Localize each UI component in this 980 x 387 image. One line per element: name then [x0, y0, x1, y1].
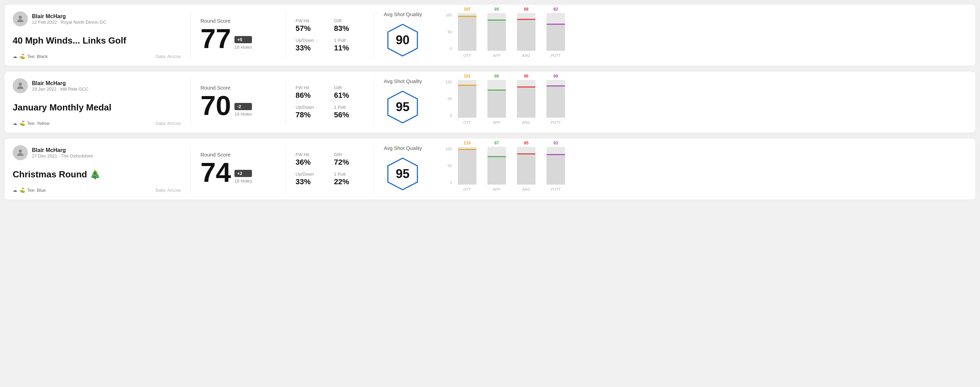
bar-group-app: 86APP	[487, 80, 506, 125]
score-section: Round Score70-218 Holes	[200, 78, 276, 126]
stat-value-updown: 78%	[296, 111, 326, 119]
user-date: 27 Dec 2021 · The Oxfordshire	[32, 153, 93, 159]
stat-label-updown: Up/Down	[296, 38, 326, 43]
tee-icon: ⛳	[19, 187, 25, 193]
cloud-icon: ☁	[13, 188, 17, 193]
stat-label-updown: Up/Down	[296, 105, 326, 110]
tee-label: Tee: Black	[27, 54, 48, 59]
round-title: 40 Mph Winds... Links Golf	[13, 35, 181, 46]
quality-section: Avg Shot Quality95	[384, 78, 439, 126]
stat-value-gir: 83%	[334, 24, 364, 33]
stats-section: FW Hit86%GIR61%Up/Down78%1 Putt56%	[296, 78, 364, 126]
stat-label-one-putt: 1 Putt	[334, 171, 364, 177]
bar-group-arg: 96ARG	[517, 80, 536, 125]
user-name: Blair McHarg	[32, 80, 89, 86]
bar-group-arg: 98ARG	[517, 13, 536, 58]
score-label: Round Score	[200, 152, 276, 157]
stat-value-one-putt: 22%	[334, 178, 364, 186]
tee-icon: ⛳	[19, 54, 25, 59]
quality-label: Avg Shot Quality	[384, 145, 422, 151]
bar-chart-section: 100500107OTT95APP98ARG82PUTT	[439, 11, 967, 59]
stat-label-fw-hit: FW Hit	[296, 85, 326, 90]
stat-value-one-putt: 56%	[334, 111, 364, 119]
score-badge: -2	[234, 103, 252, 110]
bar-group-ott: 101OTT	[458, 80, 476, 125]
round-card-3: Blair McHarg27 Dec 2021 · The Oxfordshir…	[4, 138, 976, 200]
data-source: Data: Arccos	[156, 188, 181, 193]
score-label: Round Score	[200, 18, 276, 24]
stat-fw-hit: FW Hit86%	[296, 85, 326, 100]
stat-fw-hit: FW Hit36%	[296, 152, 326, 167]
stat-value-fw-hit: 86%	[296, 91, 326, 100]
bar-group-app: 87APP	[487, 147, 506, 192]
score-badge: +2	[234, 170, 252, 177]
user-date: 29 Jan 2022 · Mill Ride GCC	[32, 86, 89, 92]
bar-chart-section: 100500101OTT86APP96ARG99PUTT	[439, 78, 967, 126]
svg-point-2	[19, 82, 22, 86]
stat-value-gir: 61%	[334, 91, 364, 100]
holes-label: 18 Holes	[234, 44, 252, 50]
holes-label: 18 Holes	[234, 178, 252, 184]
bar-group-putt: 82PUTT	[546, 13, 565, 58]
stat-updown: Up/Down33%	[296, 171, 326, 186]
tee-info: ☁⛳Tee: Blue	[13, 187, 46, 193]
stat-value-fw-hit: 57%	[296, 24, 326, 33]
hexagon-container: 95	[384, 155, 422, 193]
stat-label-one-putt: 1 Putt	[334, 38, 364, 43]
data-source: Data: Arccos	[156, 54, 181, 59]
stat-updown: Up/Down78%	[296, 105, 326, 119]
stat-gir: GIR61%	[334, 85, 364, 100]
avatar	[13, 78, 28, 93]
score-number: 70	[200, 92, 231, 119]
bar-group-arg: 95ARG	[517, 147, 536, 192]
bar-group-putt: 99PUTT	[546, 80, 565, 125]
stat-label-one-putt: 1 Putt	[334, 105, 364, 110]
stat-label-gir: GIR	[334, 18, 364, 23]
score-badge: +5	[234, 36, 252, 43]
avatar	[13, 11, 28, 26]
round-title: Christmas Round 🎄	[13, 169, 181, 180]
stat-value-updown: 33%	[296, 44, 326, 52]
score-section: Round Score77+518 Holes	[200, 11, 276, 59]
stat-label-gir: GIR	[334, 152, 364, 157]
bar-group-putt: 93PUTT	[546, 147, 565, 192]
bar-chart-section: 100500110OTT87APP95ARG93PUTT	[439, 145, 967, 193]
user-name: Blair McHarg	[32, 13, 107, 19]
stat-label-fw-hit: FW Hit	[296, 152, 326, 157]
bar-group-app: 95APP	[487, 13, 506, 58]
stat-label-fw-hit: FW Hit	[296, 18, 326, 23]
stat-value-gir: 72%	[334, 158, 364, 167]
bar-group-ott: 110OTT	[458, 147, 476, 192]
cloud-icon: ☁	[13, 54, 17, 59]
quality-label: Avg Shot Quality	[384, 78, 422, 84]
hexagon-container: 90	[384, 21, 422, 59]
stat-fw-hit: FW Hit57%	[296, 18, 326, 33]
svg-point-0	[19, 16, 22, 19]
stat-value-fw-hit: 36%	[296, 158, 326, 167]
svg-point-4	[19, 149, 22, 153]
holes-label: 18 Holes	[234, 111, 252, 117]
quality-section: Avg Shot Quality90	[384, 11, 439, 59]
stat-label-updown: Up/Down	[296, 171, 326, 177]
tee-icon: ⛳	[19, 121, 25, 126]
stat-label-gir: GIR	[334, 85, 364, 90]
stat-one-putt: 1 Putt11%	[334, 38, 364, 52]
round-card-2: Blair McHarg29 Jan 2022 · Mill Ride GCCJ…	[4, 71, 976, 133]
quality-section: Avg Shot Quality95	[384, 145, 439, 193]
tee-label: Tee: Yellow	[27, 121, 49, 126]
score-number: 74	[200, 159, 231, 186]
data-source: Data: Arccos	[156, 121, 181, 126]
score-number: 77	[200, 25, 231, 52]
stat-gir: GIR83%	[334, 18, 364, 33]
round-left-section: Blair McHarg12 Feb 2022 · Royal North De…	[13, 11, 181, 59]
user-date: 12 Feb 2022 · Royal North Devon GC	[32, 19, 107, 25]
round-left-section: Blair McHarg29 Jan 2022 · Mill Ride GCCJ…	[13, 78, 181, 126]
user-name: Blair McHarg	[32, 147, 93, 153]
stats-section: FW Hit57%GIR83%Up/Down33%1 Putt11%	[296, 11, 364, 59]
tee-info: ☁⛳Tee: Black	[13, 54, 48, 59]
score-label: Round Score	[200, 85, 276, 90]
bar-group-ott: 107OTT	[458, 13, 476, 58]
stat-value-one-putt: 11%	[334, 44, 364, 52]
tee-label: Tee: Blue	[27, 188, 46, 193]
stat-updown: Up/Down33%	[296, 38, 326, 52]
